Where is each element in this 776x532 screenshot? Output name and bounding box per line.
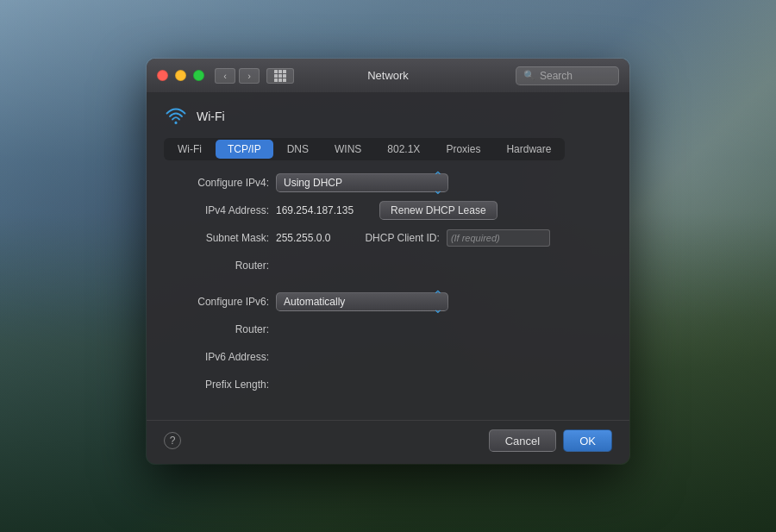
renew-dhcp-lease-button[interactable]: Renew DHCP Lease: [379, 201, 498, 220]
grid-button[interactable]: [266, 68, 294, 84]
prefix-length-label: Prefix Length:: [164, 379, 276, 391]
ipv6-address-row: IPv6 Address:: [164, 347, 612, 367]
tab-dns[interactable]: DNS: [275, 140, 321, 159]
subnet-mask-value: 255.255.0.0: [276, 232, 330, 244]
dhcp-client-id-placeholder: (If required): [451, 233, 500, 243]
router6-label: Router:: [164, 323, 276, 335]
search-box[interactable]: 🔍 Search: [516, 66, 619, 85]
configure-ipv6-wrapper: Automatically ⌃⌄: [276, 292, 448, 311]
close-button[interactable]: [157, 70, 168, 81]
dhcp-client-id-label: DHCP Client ID:: [365, 232, 446, 244]
configure-ipv4-row: Configure IPv4: Using DHCP ⌃⌄: [164, 172, 612, 193]
tab-proxies[interactable]: Proxies: [434, 140, 492, 159]
tab-wifi[interactable]: Wi-Fi: [166, 140, 214, 159]
dhcp-client-id-input[interactable]: (If required): [447, 229, 550, 247]
ipv4-address-row: IPv4 Address: 169.254.187.135 Renew DHCP…: [164, 200, 612, 221]
dhcp-client-section: DHCP Client ID: (If required): [365, 229, 549, 247]
router6-row: Router:: [164, 319, 612, 340]
router-label: Router:: [164, 260, 276, 272]
maximize-button[interactable]: [193, 70, 204, 81]
action-buttons: Cancel OK: [489, 429, 612, 452]
tabs-bar: Wi-Fi TCP/IP DNS WINS 802.1X Proxies Har…: [164, 138, 565, 160]
configure-ipv4-label: Configure IPv4:: [164, 177, 276, 189]
bottom-bar: ? Cancel OK: [147, 420, 629, 464]
configure-ipv6-select[interactable]: Automatically: [276, 292, 448, 311]
prefix-length-row: Prefix Length:: [164, 374, 612, 395]
tab-8021x[interactable]: 802.1X: [375, 140, 432, 159]
forward-button[interactable]: ›: [239, 68, 260, 84]
wifi-label: Wi-Fi: [197, 110, 225, 123]
minimize-button[interactable]: [175, 70, 186, 81]
form-area: Configure IPv4: Using DHCP ⌃⌄ IPv4 Addre…: [164, 172, 612, 420]
wifi-header: Wi-Fi: [164, 107, 612, 126]
configure-ipv4-wrapper: Using DHCP ⌃⌄: [276, 173, 448, 192]
search-icon: 🔍: [523, 70, 535, 81]
help-button[interactable]: ?: [164, 432, 181, 449]
grid-icon: [274, 70, 286, 82]
svg-point-0: [175, 122, 178, 124]
network-window: ‹ › Network 🔍 Search: [147, 59, 629, 464]
title-bar: ‹ › Network 🔍 Search: [147, 59, 629, 93]
traffic-lights: [157, 70, 204, 81]
tab-hardware[interactable]: Hardware: [494, 140, 563, 159]
ipv6-address-label: IPv6 Address:: [164, 351, 276, 363]
subnet-mask-label: Subnet Mask:: [164, 232, 276, 244]
ok-button[interactable]: OK: [563, 429, 612, 452]
wifi-icon: [164, 107, 188, 126]
tab-wins[interactable]: WINS: [322, 140, 373, 159]
nav-buttons: ‹ ›: [215, 68, 294, 84]
subnet-mask-row: Subnet Mask: 255.255.0.0 DHCP Client ID:…: [164, 228, 612, 248]
content-area: Wi-Fi Wi-Fi TCP/IP DNS WINS 802.1X Proxi…: [147, 93, 629, 420]
ipv4-address-label: IPv4 Address:: [164, 204, 276, 216]
ipv4-address-value: 169.254.187.135: [276, 204, 354, 216]
tab-tcpip[interactable]: TCP/IP: [216, 140, 273, 159]
back-button[interactable]: ‹: [215, 68, 235, 84]
window-title: Network: [367, 69, 409, 82]
router-row: Router:: [164, 255, 612, 276]
search-placeholder: Search: [540, 70, 573, 82]
configure-ipv6-row: Configure IPv6: Automatically ⌃⌄: [164, 291, 612, 312]
cancel-button[interactable]: Cancel: [489, 429, 556, 452]
configure-ipv6-label: Configure IPv6:: [164, 296, 276, 308]
configure-ipv4-select[interactable]: Using DHCP: [276, 173, 448, 192]
